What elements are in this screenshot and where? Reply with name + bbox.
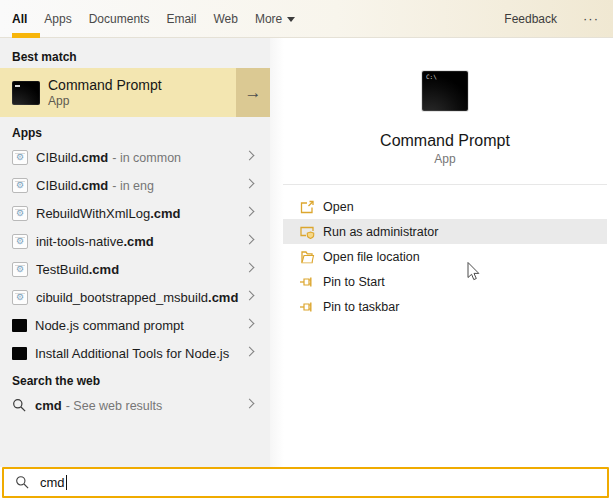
- tab-more[interactable]: More: [255, 8, 295, 30]
- detail-app-type: App: [283, 152, 607, 166]
- action-pin-to-taskbar[interactable]: Pin to taskbar: [283, 294, 607, 319]
- search-web-header: Search the web: [0, 371, 270, 391]
- taskbar-search-strip: cmd: [0, 467, 613, 500]
- folder-icon: [299, 249, 315, 265]
- expand-arrow-button[interactable]: →: [236, 68, 270, 117]
- action-open[interactable]: Open: [283, 194, 607, 219]
- pin-icon: [299, 299, 315, 315]
- windows-search-flyout: All Apps Documents Email Web More Feedba…: [0, 0, 613, 500]
- chevron-right-icon[interactable]: [245, 399, 255, 409]
- search-input[interactable]: cmd: [2, 467, 609, 498]
- chevron-right-icon[interactable]: [245, 319, 255, 329]
- best-match-result[interactable]: Command Prompt App →: [0, 68, 270, 117]
- text-caret: [66, 475, 67, 490]
- cmd-file-icon: ⚙: [12, 178, 28, 193]
- results-list-panel: Best match Command Prompt App → Apps ⚙ C…: [0, 38, 270, 467]
- chevron-right-icon[interactable]: [245, 179, 255, 189]
- search-input-value: cmd: [40, 475, 65, 490]
- chevron-right-icon[interactable]: [245, 263, 255, 273]
- tab-documents[interactable]: Documents: [89, 8, 150, 30]
- more-options-icon[interactable]: ···: [583, 11, 599, 26]
- action-open-file-location[interactable]: Open file location: [283, 244, 607, 269]
- cmd-file-icon: ⚙: [12, 150, 28, 165]
- app-result-testbuild[interactable]: ⚙ TestBuild.cmd: [0, 255, 270, 283]
- terminal-icon: [12, 347, 27, 360]
- results-area: Best match Command Prompt App → Apps ⚙ C…: [0, 38, 613, 467]
- tab-all[interactable]: All: [12, 8, 27, 30]
- search-icon: [12, 398, 27, 413]
- tab-web[interactable]: Web: [213, 8, 237, 30]
- context-action-list: Open Run as administrator Open file loca…: [283, 194, 607, 319]
- app-result-node-tools[interactable]: Install Additional Tools for Node.js: [0, 339, 270, 367]
- action-pin-to-start[interactable]: Pin to Start: [283, 269, 607, 294]
- chevron-right-icon[interactable]: [245, 291, 255, 301]
- feedback-link[interactable]: Feedback: [504, 12, 557, 26]
- apps-header: Apps: [0, 123, 270, 143]
- best-match-header: Best match: [0, 38, 270, 68]
- divider: [283, 184, 607, 185]
- chevron-down-icon: [287, 17, 295, 22]
- web-search-result[interactable]: cmd- See web results: [0, 391, 270, 419]
- chevron-right-icon[interactable]: [245, 235, 255, 245]
- open-icon: [299, 199, 315, 215]
- tab-email[interactable]: Email: [166, 8, 196, 30]
- tab-apps[interactable]: Apps: [44, 8, 71, 30]
- search-filter-bar: All Apps Documents Email Web More Feedba…: [0, 0, 613, 38]
- app-result-init-tools-native[interactable]: ⚙ init-tools-native.cmd: [0, 227, 270, 255]
- command-prompt-large-icon: C:\: [422, 71, 468, 111]
- app-result-cibuild-eng[interactable]: ⚙ CIBuild.cmd- in eng: [0, 171, 270, 199]
- cmd-file-icon: ⚙: [12, 290, 28, 305]
- app-result-rebuildwithxmllog[interactable]: ⚙ RebuildWithXmlLog.cmd: [0, 199, 270, 227]
- detail-app-title: Command Prompt: [283, 132, 607, 150]
- best-match-title: Command Prompt: [48, 77, 162, 94]
- terminal-icon: [12, 319, 27, 332]
- cmd-file-icon: ⚙: [12, 234, 28, 249]
- chevron-right-icon[interactable]: [245, 347, 255, 357]
- action-run-as-administrator[interactable]: Run as administrator: [283, 219, 607, 244]
- app-result-nodejs-prompt[interactable]: Node.js command prompt: [0, 311, 270, 339]
- result-detail-panel: C:\ Command Prompt App Open: [270, 38, 613, 467]
- pin-icon: [299, 274, 315, 290]
- chevron-right-icon[interactable]: [245, 151, 255, 161]
- app-result-cibuild-bootstrapped[interactable]: ⚙ cibuild_bootstrapped_msbuild.cmd: [0, 283, 270, 311]
- command-prompt-icon: [12, 81, 40, 105]
- cmd-file-icon: ⚙: [12, 262, 28, 277]
- chevron-right-icon[interactable]: [245, 207, 255, 217]
- search-icon: [15, 475, 30, 490]
- best-match-type: App: [48, 94, 162, 109]
- admin-shield-icon: [299, 224, 315, 240]
- app-result-cibuild-common[interactable]: ⚙ CIBuild.cmd- in common: [0, 143, 270, 171]
- cmd-file-icon: ⚙: [12, 206, 28, 221]
